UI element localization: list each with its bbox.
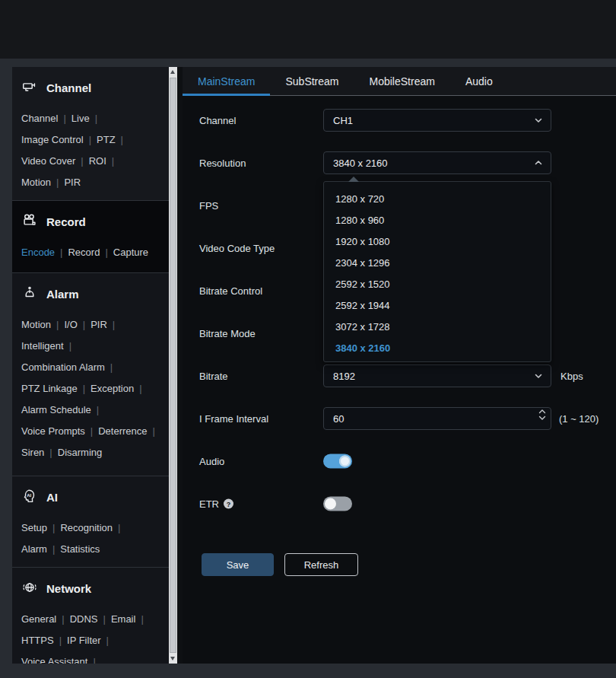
nav-line: Channel|Live| (21, 108, 168, 129)
nav-line: Siren|Disarming (21, 442, 168, 463)
separator: | (59, 635, 62, 646)
sidebar-item-ai-alarm[interactable]: Alarm (21, 543, 47, 555)
resolution-select-value: 3840 x 2160 (333, 158, 388, 169)
sidebar-item-alarm-pir[interactable]: PIR (90, 319, 107, 330)
separator: | (103, 613, 105, 625)
ai-head-icon: AI (21, 488, 38, 507)
bitrate-label: Bitrate (199, 371, 228, 382)
sidebar-item-intelligent[interactable]: Intelligent (21, 340, 64, 352)
iframe-interval-label: I Frame Interval (199, 413, 268, 425)
tab-mainstream[interactable]: MainStream (183, 67, 270, 95)
nav-line: Setup|Recognition| (21, 517, 168, 539)
separator: | (153, 425, 155, 437)
sidebar-scrollbar[interactable] (169, 67, 177, 664)
sidebar-item-email[interactable]: Email (111, 613, 136, 625)
cctv-camera-icon (21, 78, 38, 97)
resolution-option[interactable]: 3072 x 1728 (324, 317, 551, 338)
etr-label-wrap: ETR ? (199, 498, 233, 510)
help-icon[interactable]: ? (224, 499, 233, 509)
iframe-interval-row: I Frame Interval (1 ~ 120) (183, 397, 616, 440)
separator: | (97, 404, 99, 415)
resolution-option[interactable]: 1920 x 1080 (324, 231, 551, 253)
resolution-option[interactable]: 2592 x 1944 (324, 295, 551, 317)
sidebar-item-encode[interactable]: Encode (21, 247, 55, 258)
sidebar-item-roi[interactable]: ROI (89, 155, 106, 167)
iframe-interval-input[interactable] (323, 407, 551, 430)
sidebar-item-motion[interactable]: Motion (21, 177, 51, 188)
tab-audio[interactable]: Audio (450, 67, 508, 95)
sidebar-item-channel[interactable]: Channel (21, 113, 58, 124)
sidebar-section-ai-header: AI AI (21, 487, 168, 507)
nav-line: Video Cover|ROI| (21, 151, 168, 172)
refresh-button[interactable]: Refresh (284, 553, 358, 576)
sidebar-section-title: AI (46, 491, 58, 504)
scrollbar-up-button[interactable] (169, 67, 177, 78)
sidebar-item-ai-setup[interactable]: Setup (21, 522, 47, 533)
sidebar-section-network: Network General|DDNS|Email| HTTPS|IP Fil… (12, 567, 177, 664)
separator: | (83, 383, 85, 394)
tab-substream[interactable]: SubStream (270, 67, 354, 95)
channel-row: Channel CH1 (183, 99, 616, 142)
sidebar-item-general[interactable]: General (21, 613, 56, 625)
etr-toggle[interactable] (323, 497, 352, 511)
sidebar-item-video-cover[interactable]: Video Cover (21, 155, 75, 167)
sidebar-item-siren[interactable]: Siren (21, 447, 44, 458)
separator: | (121, 134, 123, 145)
encode-form: Channel CH1 Resolution 3840 x 2160 FPS V… (183, 99, 616, 576)
tab-mobilestream[interactable]: MobileStream (354, 67, 450, 95)
sidebar-section-title: Channel (46, 81, 91, 94)
fps-label: FPS (199, 200, 218, 212)
sidebar-item-voice-prompts[interactable]: Voice Prompts (21, 425, 85, 437)
bitrate-select[interactable]: 8192 (323, 364, 551, 387)
scrollbar-down-button[interactable] (169, 653, 177, 664)
scroll-up-arrow-icon (170, 70, 175, 74)
sidebar-item-live[interactable]: Live (71, 113, 90, 124)
nav-line: Alarm Schedule| (21, 399, 168, 421)
sidebar-item-ddns[interactable]: DDNS (70, 613, 98, 625)
sidebar-item-disarming[interactable]: Disarming (58, 447, 103, 458)
number-stepper[interactable] (538, 409, 546, 420)
sidebar-item-ptz[interactable]: PTZ (97, 134, 116, 145)
channel-label: Channel (199, 115, 236, 126)
sidebar-item-pir[interactable]: PIR (64, 177, 81, 188)
sidebar-item-exception[interactable]: Exception (90, 383, 134, 394)
sidebar-item-io[interactable]: I/O (64, 319, 77, 330)
sidebar-item-alarm-motion[interactable]: Motion (21, 319, 51, 330)
separator: | (110, 361, 113, 373)
channel-select-value: CH1 (333, 115, 353, 126)
sidebar-item-ip-filter[interactable]: IP Filter (67, 635, 101, 646)
nav-line: Combination Alarm| (21, 357, 168, 378)
resolution-option[interactable]: 1280 x 720 (324, 189, 551, 210)
resolution-select[interactable]: 3840 x 2160 (323, 151, 551, 174)
audio-label: Audio (199, 456, 224, 467)
scroll-down-arrow-icon (170, 657, 175, 660)
save-button[interactable]: Save (202, 553, 274, 576)
sidebar-item-image-control[interactable]: Image Control (21, 134, 84, 145)
chevron-down-icon (534, 116, 543, 125)
sidebar-item-capture[interactable]: Capture (113, 247, 148, 258)
nav-line: Motion|PIR (21, 172, 168, 193)
sidebar-item-recognition[interactable]: Recognition (60, 522, 113, 533)
scrollbar-thumb[interactable] (170, 78, 176, 653)
resolution-option-selected[interactable]: 3840 x 2160 (324, 338, 551, 359)
stepper-up-icon (538, 409, 546, 414)
sidebar-section-record: Record Encode|Record|Capture (12, 200, 177, 272)
sidebar-section-title: Network (46, 582, 91, 595)
sidebar-item-voice-assistant[interactable]: Voice Assistant (21, 656, 87, 664)
sidebar-item-alarm-schedule[interactable]: Alarm Schedule (21, 404, 91, 415)
sidebar-item-combination-alarm[interactable]: Combination Alarm (21, 361, 105, 373)
sidebar-item-deterrence[interactable]: Deterrence (98, 425, 147, 437)
sidebar-item-statistics[interactable]: Statistics (60, 543, 100, 555)
separator: | (113, 319, 115, 330)
resolution-option[interactable]: 2304 x 1296 (324, 253, 551, 274)
channel-select[interactable]: CH1 (323, 109, 551, 132)
sidebar-item-record[interactable]: Record (68, 247, 100, 258)
audio-toggle[interactable] (323, 454, 352, 469)
separator: | (83, 319, 85, 330)
resolution-option[interactable]: 1280 x 960 (324, 210, 551, 231)
sidebar-section-title: Record (46, 215, 86, 228)
resolution-option[interactable]: 2592 x 1520 (324, 274, 551, 295)
etr-row: ETR ? (183, 482, 616, 525)
sidebar-item-https[interactable]: HTTPS (21, 635, 54, 646)
sidebar-item-ptz-linkage[interactable]: PTZ Linkage (21, 383, 78, 394)
